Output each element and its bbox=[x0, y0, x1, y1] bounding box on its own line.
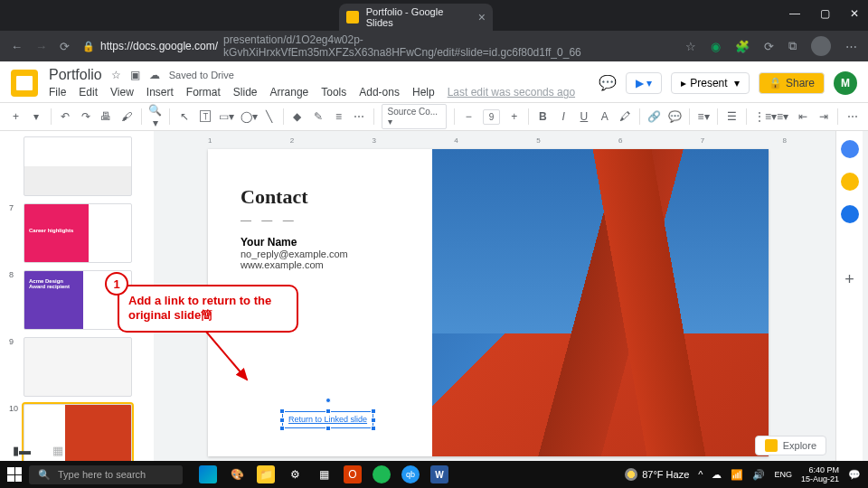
grid-view-icon[interactable]: ▦ bbox=[52, 444, 63, 457]
doc-title[interactable]: Portfolio bbox=[49, 67, 102, 83]
minimize-icon[interactable]: — bbox=[789, 7, 800, 20]
italic-icon[interactable]: I bbox=[557, 110, 571, 123]
tray-wifi-icon[interactable]: 📶 bbox=[731, 469, 743, 481]
menu-insert[interactable]: Insert bbox=[146, 86, 174, 99]
close-tab-icon[interactable]: × bbox=[478, 10, 486, 24]
browser-tab[interactable]: Portfolio - Google Slides × bbox=[339, 4, 493, 31]
linked-slide-textbox[interactable]: Return to Linked slide bbox=[282, 411, 373, 428]
task-office-icon[interactable]: O bbox=[344, 465, 362, 483]
add-addon-icon[interactable]: + bbox=[844, 270, 854, 289]
paint-format-icon[interactable]: 🖌 bbox=[120, 110, 134, 123]
extension-icon[interactable]: ◉ bbox=[711, 40, 721, 53]
new-slide-icon[interactable]: + bbox=[9, 110, 23, 123]
weather-widget[interactable]: 87°F Haze bbox=[625, 468, 689, 481]
task-edge-icon[interactable] bbox=[199, 465, 217, 483]
menu-edit[interactable]: Edit bbox=[79, 86, 98, 99]
task-palette-icon[interactable]: 🎨 bbox=[228, 465, 246, 483]
url-input[interactable]: 🔒 https://docs.google.com/presentation/d… bbox=[82, 33, 673, 59]
tray-lang-icon[interactable]: ENG bbox=[774, 470, 792, 479]
number-list-icon[interactable]: ≡▾ bbox=[776, 110, 789, 123]
star-icon[interactable]: ☆ bbox=[111, 69, 121, 81]
slide-image[interactable] bbox=[432, 149, 769, 456]
text-color-icon[interactable]: A bbox=[598, 110, 611, 123]
increase-size-icon[interactable]: + bbox=[507, 110, 521, 123]
task-word-icon[interactable]: W bbox=[430, 465, 448, 483]
slide-thumb-7[interactable]: Career highlights bbox=[24, 203, 132, 263]
bullet-list-icon[interactable]: ⋮≡▾ bbox=[754, 110, 769, 123]
border-color-icon[interactable]: ✎ bbox=[311, 110, 325, 123]
contact-email[interactable]: no_reply@example.com bbox=[241, 249, 418, 259]
calendar-icon[interactable] bbox=[841, 140, 859, 158]
border-dash-icon[interactable]: ⋯ bbox=[353, 110, 366, 123]
menu-format[interactable]: Format bbox=[186, 86, 221, 99]
line-icon[interactable]: ╲ bbox=[262, 110, 276, 123]
menu-file[interactable]: File bbox=[49, 86, 66, 99]
menu-addons[interactable]: Add-ons bbox=[359, 86, 400, 99]
extensions-icon[interactable]: 🧩 bbox=[735, 40, 750, 53]
tray-chevron-icon[interactable]: ^ bbox=[698, 469, 703, 480]
comments-icon[interactable]: 💬 bbox=[599, 74, 617, 91]
border-weight-icon[interactable]: ≡ bbox=[332, 110, 345, 123]
move-folder-icon[interactable]: ▣ bbox=[130, 69, 140, 81]
font-select[interactable]: Source Co... ▾ bbox=[382, 104, 447, 129]
select-icon[interactable]: ↖ bbox=[177, 110, 191, 123]
textbox-icon[interactable]: 🅃 bbox=[198, 110, 212, 123]
dropdown-icon[interactable]: ▾ bbox=[30, 110, 43, 123]
clock[interactable]: 6:40 PM15-Aug-21 bbox=[801, 465, 839, 483]
menu-view[interactable]: View bbox=[110, 86, 134, 99]
tasks-icon[interactable] bbox=[841, 205, 859, 223]
decrease-size-icon[interactable]: − bbox=[462, 110, 476, 123]
task-settings-icon[interactable]: ⚙ bbox=[286, 465, 304, 483]
start-button[interactable] bbox=[7, 467, 22, 482]
redo-icon[interactable]: ↷ bbox=[79, 110, 92, 123]
print-icon[interactable]: 🖶 bbox=[99, 110, 113, 123]
task-qb-icon[interactable]: qb bbox=[401, 465, 420, 483]
slide-heading[interactable]: Contact bbox=[241, 185, 418, 209]
image-icon[interactable]: ▭▾ bbox=[219, 110, 233, 123]
fill-color-icon[interactable]: ◆ bbox=[291, 110, 305, 123]
slide-thumb-6[interactable] bbox=[24, 136, 132, 196]
task-spotify-icon[interactable] bbox=[373, 465, 391, 483]
underline-icon[interactable]: U bbox=[578, 110, 591, 123]
menu-icon[interactable]: ⋯ bbox=[845, 40, 857, 53]
filmstrip-view-icon[interactable]: ▮▬ bbox=[13, 444, 31, 457]
zoom-icon[interactable]: 🔍▾ bbox=[148, 104, 162, 129]
more-icon[interactable]: ⋯ bbox=[845, 110, 859, 123]
user-avatar[interactable]: M bbox=[834, 71, 857, 95]
maximize-icon[interactable]: ▢ bbox=[820, 7, 830, 20]
menu-slide[interactable]: Slide bbox=[233, 86, 258, 99]
favorite-icon[interactable]: ☆ bbox=[685, 40, 696, 53]
collections-icon[interactable]: ⧉ bbox=[788, 39, 797, 53]
present-button[interactable]: ▸ Present ▾ bbox=[671, 72, 750, 94]
refresh-icon[interactable]: ⟳ bbox=[60, 40, 70, 53]
indent-in-icon[interactable]: ⇥ bbox=[817, 110, 831, 123]
font-size-input[interactable]: 9 bbox=[483, 109, 501, 125]
line-spacing-icon[interactable]: ☰ bbox=[725, 110, 739, 123]
comment-icon[interactable]: 💬 bbox=[668, 110, 682, 123]
profile-avatar-icon[interactable] bbox=[811, 36, 831, 56]
task-app-icon[interactable]: ▦ bbox=[315, 465, 333, 483]
menu-help[interactable]: Help bbox=[412, 86, 435, 99]
slideshow-dropdown[interactable]: ▶ ▾ bbox=[626, 72, 662, 94]
tray-volume-icon[interactable]: 🔊 bbox=[752, 469, 765, 481]
highlight-icon[interactable]: 🖍 bbox=[618, 110, 632, 123]
taskbar-search[interactable]: 🔍 Type here to search bbox=[29, 465, 183, 484]
last-edit-link[interactable]: Last edit was seconds ago bbox=[448, 86, 575, 99]
undo-icon[interactable]: ↶ bbox=[58, 110, 71, 123]
contact-website[interactable]: www.example.com bbox=[241, 259, 418, 270]
forward-icon[interactable]: → bbox=[35, 40, 47, 53]
link-icon[interactable]: 🔗 bbox=[647, 110, 661, 123]
slide-thumb-9[interactable] bbox=[24, 337, 132, 397]
menu-arrange[interactable]: Arrange bbox=[270, 86, 309, 99]
tray-onedrive-icon[interactable]: ☁ bbox=[712, 469, 722, 481]
task-explorer-icon[interactable]: 📁 bbox=[257, 465, 275, 483]
bold-icon[interactable]: B bbox=[536, 110, 550, 123]
indent-out-icon[interactable]: ⇤ bbox=[797, 110, 810, 123]
back-icon[interactable]: ← bbox=[11, 40, 23, 53]
menu-tools[interactable]: Tools bbox=[321, 86, 346, 99]
tray-notifications-icon[interactable]: 💬 bbox=[848, 469, 861, 481]
shape-icon[interactable]: ◯▾ bbox=[241, 110, 255, 123]
explore-button[interactable]: Explore bbox=[755, 436, 826, 455]
share-button[interactable]: 🔒 Share bbox=[759, 72, 825, 94]
keep-icon[interactable] bbox=[841, 173, 859, 191]
